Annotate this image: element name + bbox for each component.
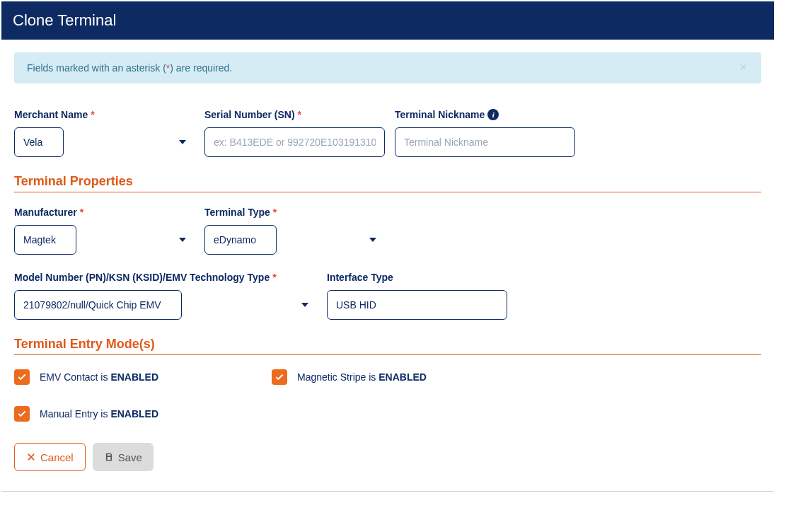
serial-number-group: Serial Number (SN)* (204, 109, 385, 157)
nickname-group: Terminal Nickname i (395, 109, 575, 157)
modal-header: Clone Terminal (1, 1, 774, 40)
manufacturer-select[interactable]: Magtek (14, 225, 76, 255)
info-icon[interactable]: i (487, 109, 499, 120)
serial-number-input[interactable] (204, 127, 385, 157)
interface-label: Interface Type (327, 272, 507, 283)
nickname-label: Terminal Nickname i (395, 109, 575, 120)
merchant-name-group: Merchant Name* Vela (14, 109, 195, 157)
terminal-type-group: Terminal Type* eDynamo (204, 207, 385, 255)
terminal-type-label: Terminal Type* (204, 207, 385, 218)
save-button[interactable]: Save (93, 443, 154, 471)
manual-entry-mode: Manual Entry is ENABLED (14, 406, 158, 422)
terminal-properties-heading: Terminal Properties (14, 174, 761, 192)
manual-entry-checkbox[interactable] (14, 406, 30, 422)
magnetic-stripe-checkbox[interactable] (272, 369, 287, 385)
terminal-type-select[interactable]: eDynamo (204, 225, 277, 255)
interface-group: Interface Type (327, 272, 507, 320)
model-group: Model Number (PN)/KSN (KSID)/EMV Technol… (14, 272, 317, 320)
clone-terminal-modal: Clone Terminal Fields marked with an ast… (1, 1, 774, 492)
model-select[interactable]: 21079802/null/Quick Chip EMV (14, 290, 182, 320)
check-icon (274, 372, 284, 382)
manufacturer-label: Manufacturer* (14, 207, 195, 218)
magnetic-stripe-mode: Magnetic Stripe is ENABLED (272, 369, 427, 385)
save-icon (104, 452, 114, 462)
nickname-input[interactable] (395, 127, 575, 157)
cancel-button[interactable]: Cancel (14, 443, 86, 471)
check-icon (17, 409, 27, 419)
manufacturer-group: Manufacturer* Magtek (14, 207, 195, 255)
merchant-name-label: Merchant Name* (14, 109, 195, 120)
entry-modes-heading: Terminal Entry Mode(s) (14, 337, 761, 355)
interface-input (327, 290, 507, 320)
modal-body: Fields marked with an asterisk (*) are r… (1, 40, 774, 491)
required-fields-alert: Fields marked with an asterisk (*) are r… (14, 52, 761, 83)
check-icon (17, 372, 27, 382)
merchant-name-select[interactable]: Vela (14, 127, 64, 157)
model-label: Model Number (PN)/KSN (KSID)/EMV Technol… (14, 272, 317, 283)
close-icon (26, 452, 36, 462)
emv-contact-mode: EMV Contact is ENABLED (14, 369, 158, 385)
alert-close-button[interactable]: × (735, 59, 751, 76)
serial-number-label: Serial Number (SN)* (204, 109, 385, 120)
modal-title: Clone Terminal (13, 11, 116, 29)
emv-contact-checkbox[interactable] (14, 369, 30, 385)
